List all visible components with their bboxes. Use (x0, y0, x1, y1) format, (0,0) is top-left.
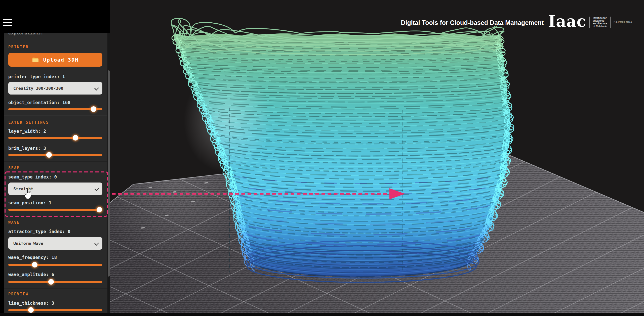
slider-track[interactable] (8, 309, 102, 311)
section-wave: WAVE (8, 220, 102, 225)
layer-width-label: layer_width: 2 (8, 129, 102, 134)
city-label: BARCELONA (614, 21, 632, 24)
attractor-type-label: attractor_type index: 0 (8, 229, 102, 235)
seam-position-label: seam_position: 1 (8, 200, 102, 206)
chevron-down-icon (94, 187, 99, 191)
control-sidebar: explorations?PRINTERUpload 3DMprinter_ty… (4, 33, 110, 313)
slider-track[interactable] (8, 281, 102, 283)
seam-position-slider[interactable] (8, 207, 102, 213)
slider-track[interactable] (8, 137, 102, 139)
folder-icon (32, 57, 39, 63)
line-thickness-slider[interactable] (8, 307, 102, 313)
slider-knob[interactable] (48, 279, 54, 285)
printer-type-label: printer_type index: 1 (8, 74, 102, 80)
layer-width-slider[interactable] (8, 135, 102, 141)
attractor-type-select[interactable]: Uniform Wave (8, 237, 102, 250)
slider-track[interactable] (8, 209, 102, 211)
wave-frequency-slider[interactable] (8, 262, 102, 268)
line-thickness-label: line_thickness: 3 (8, 301, 102, 306)
institute-text: Institute foradvancedarchitectureof Cata… (593, 17, 607, 28)
scrolled-text: explorations? (8, 33, 102, 36)
section-printer: PRINTER (8, 45, 102, 50)
hamburger-menu-icon[interactable] (3, 19, 12, 25)
app-title: Digital Tools for Cloud-based Data Manag… (401, 19, 544, 26)
object-orientation-label: object_orientation: 168 (8, 100, 102, 106)
separator (4, 161, 110, 162)
sidebar-scrollbar[interactable] (107, 33, 110, 313)
slider-knob[interactable] (32, 262, 37, 267)
scrollbar-thumb[interactable] (108, 70, 110, 277)
section-seam: SEAM (8, 166, 102, 171)
slider-knob[interactable] (97, 207, 102, 212)
separator (4, 115, 110, 116)
brim-layers-slider[interactable] (8, 152, 102, 158)
slider-track[interactable] (8, 264, 102, 266)
wave-amplitude-label: wave_amplitude: 6 (8, 272, 102, 278)
slider-track[interactable] (8, 154, 102, 156)
slider-track[interactable] (8, 108, 102, 110)
slider-knob[interactable] (46, 152, 52, 158)
mouse-cursor-hand (23, 188, 33, 201)
select-value: Uniform Wave (13, 241, 43, 246)
bottom-strip (0, 313, 644, 316)
section-layer-settings: LAYER SETTINGS (8, 120, 102, 125)
brim-layers-label: brim_layers: 3 (8, 146, 102, 151)
chevron-down-icon (94, 241, 99, 246)
wave-frequency-label: wave_frequency: 18 (8, 255, 102, 260)
slider-knob[interactable] (73, 135, 78, 141)
header: Digital Tools for Cloud-based Data Manag… (401, 15, 632, 30)
iaac-logo: Iaac (548, 16, 586, 26)
slider-knob[interactable] (91, 106, 96, 112)
upload-3dm-button[interactable]: Upload 3DM (8, 53, 102, 67)
section-preview: PREVIEW (8, 292, 102, 297)
upload-button-label: Upload 3DM (43, 57, 78, 63)
header-divider (610, 17, 611, 28)
wave-amplitude-slider[interactable] (8, 279, 102, 285)
object-orientation-slider[interactable] (8, 106, 102, 112)
printer-type-select[interactable]: Creality 300×300×300 (8, 82, 102, 95)
separator (4, 288, 110, 289)
seam-type-label: seam_type index: 0 (8, 174, 102, 180)
chevron-down-icon (94, 86, 99, 91)
slider-knob[interactable] (28, 307, 34, 313)
select-value: Creality 300×300×300 (13, 86, 63, 91)
header-divider (589, 17, 590, 28)
